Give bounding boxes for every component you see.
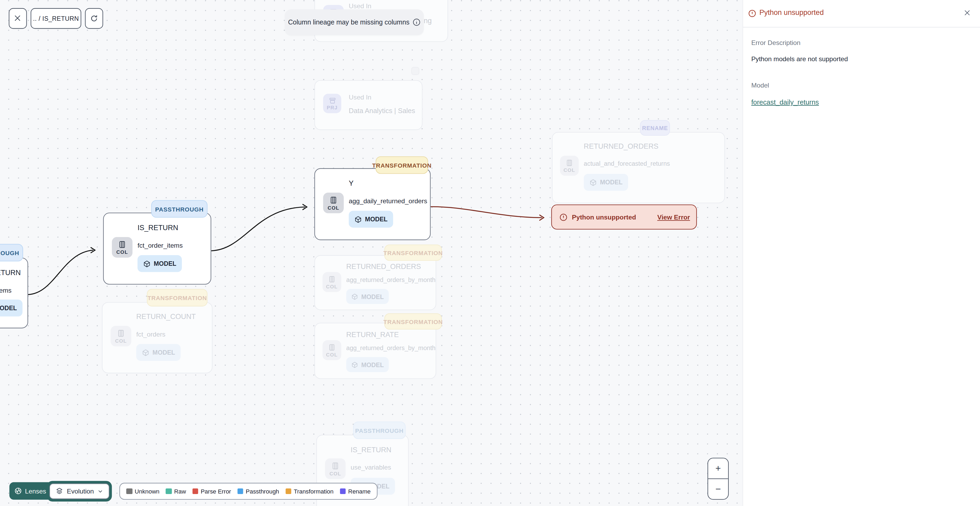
- model-cube-icon: [142, 349, 150, 356]
- faint-handle: [411, 67, 420, 75]
- node-subtitle: agg_returned_orders_by_month: [346, 345, 436, 351]
- node-title: RETURNED_ORDERS: [346, 263, 421, 270]
- model-pill-label: MODEL: [0, 305, 17, 311]
- model-cube-icon: [351, 293, 358, 300]
- error-description-value: Python models are not supported: [751, 55, 848, 62]
- view-error-link[interactable]: View Error: [657, 213, 690, 221]
- node-is-return-fct-order-items[interactable]: COL IS_RETURN fct_order_items MODEL: [103, 212, 212, 284]
- node-subtitle: order_items: [0, 287, 11, 294]
- model-cube-icon: [355, 215, 362, 223]
- legend-swatch: [126, 488, 132, 494]
- model-pill-label: MODEL: [153, 349, 175, 356]
- node-subtitle: Data Analytics | Sales: [349, 107, 415, 114]
- lens-badge-passthrough: PASSTHROUGH: [353, 421, 406, 439]
- node-used-in-sales[interactable]: PRJ Used In Data Analytics | Sales: [314, 80, 422, 130]
- column-kind-badge: COL: [111, 326, 131, 346]
- column-kind-badge: COL: [560, 156, 579, 176]
- app-window: PRJ Used In Data Analytics | Marketing P…: [0, 0, 980, 506]
- project-kind-badge: PRJ: [323, 94, 341, 113]
- node-is-return-clipped[interactable]: IS_RETURN order_items MODEL: [0, 258, 28, 329]
- lens-legend: Unknown Raw Parse Error Passthrough Tran…: [119, 483, 377, 500]
- model-pill: MODEL: [346, 357, 389, 372]
- refresh-icon: [90, 14, 99, 22]
- node-title: IS_RETURN: [351, 446, 391, 453]
- node-returned-orders-forecasted[interactable]: COL RETURNED_ORDERS actual_and_forecaste…: [552, 132, 725, 203]
- node-subtitle: agg_returned_orders_by_month: [346, 276, 436, 283]
- lens-badge-rename: RENAME: [640, 120, 670, 136]
- kind-label: COL: [329, 471, 341, 476]
- close-icon[interactable]: [964, 9, 971, 16]
- lineage-canvas[interactable]: PRJ Used In Data Analytics | Marketing P…: [0, 0, 743, 506]
- node-subtitle: use_variables: [351, 463, 391, 471]
- legend-swatch: [237, 488, 243, 494]
- node-subtitle: fct_order_items: [137, 241, 183, 249]
- node-y-agg-daily-returned-orders[interactable]: COL Y agg_daily_returned_orders MODEL: [314, 168, 430, 240]
- node-title: Used In: [349, 93, 371, 101]
- chevron-down-icon: [97, 488, 103, 494]
- error-detail-panel: Python unsupported Error Description Pyt…: [743, 0, 980, 506]
- error-chip[interactable]: Python unsupported View Error: [551, 204, 697, 230]
- node-return-count[interactable]: COL RETURN_COUNT fct_orders MODEL: [102, 302, 212, 373]
- panel-header: Python unsupported: [743, 0, 980, 27]
- zoom-control: + −: [708, 458, 729, 500]
- legend-swatch: [165, 488, 172, 494]
- alert-circle-icon: [559, 213, 568, 221]
- column-kind-badge: COL: [325, 458, 346, 479]
- error-chip-label: Python unsupported: [572, 213, 636, 221]
- lens-badge-passthrough: PASSTHROUGH: [151, 200, 208, 218]
- node-title: IS_RETURN: [137, 224, 178, 231]
- model-link[interactable]: forecast_daily_returns: [751, 98, 819, 105]
- zoom-in-button[interactable]: +: [708, 458, 728, 479]
- node-title: RETURNED_ORDERS: [584, 143, 659, 150]
- model-pill-label: MODEL: [365, 216, 388, 223]
- kind-label: COL: [115, 338, 127, 344]
- error-description-label: Error Description: [751, 39, 800, 46]
- kind-label: COL: [116, 249, 128, 255]
- node-title: Y: [349, 180, 353, 187]
- close-icon: [14, 14, 21, 22]
- kind-label: COL: [328, 205, 339, 211]
- model-cube-icon: [589, 179, 597, 186]
- zoom-out-button[interactable]: −: [708, 479, 728, 499]
- legend-item-rename: Rename: [340, 488, 371, 495]
- node-return-rate[interactable]: COL RETURN_RATE agg_returned_orders_by_m…: [314, 323, 436, 379]
- legend-swatch: [192, 488, 198, 494]
- node-subtitle: agg_daily_returned_orders: [349, 197, 427, 204]
- model-pill: MODEL: [136, 344, 181, 361]
- node-title: IS_RETURN: [0, 269, 21, 276]
- lineage-warning-banner: Column lineage may be missing columns: [285, 9, 424, 35]
- evolution-dropdown[interactable]: Evolution: [47, 481, 112, 502]
- legend-swatch: [285, 488, 291, 494]
- model-cube-icon: [143, 260, 151, 267]
- node-subtitle: fct_orders: [136, 330, 165, 338]
- model-label: Model: [751, 81, 769, 89]
- kind-label: COL: [326, 352, 338, 358]
- banner-text: Column lineage may be missing columns: [288, 18, 409, 26]
- column-kind-badge: COL: [323, 340, 341, 360]
- model-pill: MODEL: [346, 289, 389, 304]
- layers-icon: [56, 487, 63, 495]
- refresh-button[interactable]: [85, 8, 103, 29]
- close-lineage-button[interactable]: [8, 8, 27, 29]
- model-pill: MODEL: [349, 211, 393, 227]
- legend-item-transformation: Transformation: [285, 488, 333, 495]
- model-cube-icon: [351, 361, 358, 368]
- model-pill: MODEL: [584, 174, 628, 191]
- model-pill-label: MODEL: [361, 361, 384, 368]
- node-title: Used In: [349, 2, 371, 9]
- evolution-label: Evolution: [67, 487, 94, 495]
- info-icon[interactable]: [413, 18, 421, 26]
- legend-item-raw: Raw: [165, 488, 186, 495]
- node-title: RETURN_RATE: [346, 331, 399, 338]
- model-pill-label: MODEL: [600, 179, 623, 186]
- kind-label: COL: [564, 168, 575, 173]
- lens-badge-transformation: TRANSFORMATION: [385, 244, 442, 261]
- breadcrumb-label: .. / IS_RETURN: [33, 15, 79, 22]
- legend-item-passthrough: Passthrough: [237, 488, 279, 495]
- legend-item-parse-error: Parse Error: [192, 488, 231, 495]
- breadcrumb[interactable]: .. / IS_RETURN: [30, 8, 81, 29]
- lenses-button[interactable]: Lenses: [9, 482, 52, 500]
- node-returned-orders-by-month[interactable]: COL RETURNED_ORDERS agg_returned_orders_…: [314, 255, 436, 310]
- column-kind-badge: COL: [323, 193, 344, 213]
- aperture-icon: [14, 487, 22, 495]
